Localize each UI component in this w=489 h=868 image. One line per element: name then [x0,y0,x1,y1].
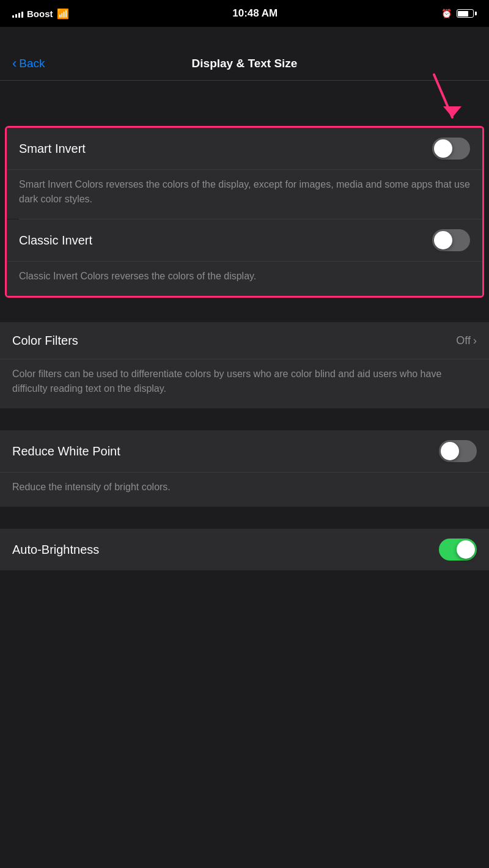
smart-invert-description: Smart Invert Colors reverses the colors … [7,169,482,219]
classic-invert-toggle[interactable] [432,229,470,251]
section-gap-3 [0,507,489,529]
arrow-annotation-container [0,81,489,123]
reduce-white-point-toggle[interactable] [439,440,477,462]
back-chevron-icon: ‹ [12,57,17,70]
auto-brightness-toggle-knob [457,540,475,559]
bottom-fill [0,570,489,693]
signal-bar-2 [15,14,17,18]
classic-invert-label: Classic Invert [19,234,92,248]
section-gap-1 [0,300,489,322]
signal-bar-1 [12,15,14,18]
auto-brightness-toggle[interactable] [439,539,477,561]
classic-invert-toggle-knob [434,231,452,249]
pink-arrow-annotation [397,68,471,130]
smart-invert-toggle-knob [434,139,452,158]
highlight-box: Smart Invert Smart Invert Colors reverse… [5,126,484,298]
page-title: Display & Text Size [128,57,361,70]
smart-invert-label: Smart Invert [19,142,86,156]
auto-brightness-section: Auto-Brightness [0,529,489,570]
smart-invert-section: Smart Invert Smart Invert Colors reverse… [7,128,482,219]
signal-bar-4 [21,12,23,18]
chevron-right-icon: › [473,334,477,347]
smart-invert-toggle[interactable] [432,138,470,160]
smart-invert-row: Smart Invert [7,128,482,169]
alarm-icon: ⏰ [441,9,452,18]
wifi-icon: 📶 [57,8,69,20]
color-filters-value: Off [456,334,471,347]
carrier-label: Boost [27,9,53,19]
classic-invert-description: Classic Invert Colors reverses the color… [7,261,482,296]
section-gap-2 [0,408,489,430]
back-button[interactable]: ‹ Back [12,57,128,70]
signal-bar-3 [18,13,20,18]
reduce-white-point-section: Reduce White Point Reduce the intensity … [0,430,489,507]
status-right: ⏰ [441,9,477,18]
color-filters-section: Color Filters Off › Color filters can be… [0,322,489,408]
battery-icon [457,9,477,18]
reduce-white-point-toggle-knob [441,442,459,460]
reduce-white-point-description: Reduce the intensity of bright colors. [0,472,489,507]
classic-invert-row: Classic Invert [7,219,482,261]
status-time: 10:48 AM [232,7,278,20]
status-left: Boost 📶 [12,8,69,20]
status-bar: Boost 📶 10:48 AM ⏰ [0,0,489,27]
auto-brightness-label: Auto-Brightness [12,543,99,557]
color-filters-row[interactable]: Color Filters Off › [0,322,489,359]
classic-invert-section: Classic Invert Classic Invert Colors rev… [7,219,482,296]
reduce-white-point-label: Reduce White Point [12,444,120,458]
color-filters-label: Color Filters [12,334,78,348]
auto-brightness-row: Auto-Brightness [0,529,489,570]
back-label: Back [19,57,45,70]
signal-icon [12,9,23,18]
reduce-white-point-row: Reduce White Point [0,430,489,472]
color-filters-description: Color filters can be used to differentia… [0,359,489,408]
color-filters-value-group: Off › [456,334,477,347]
svg-marker-1 [443,106,461,117]
